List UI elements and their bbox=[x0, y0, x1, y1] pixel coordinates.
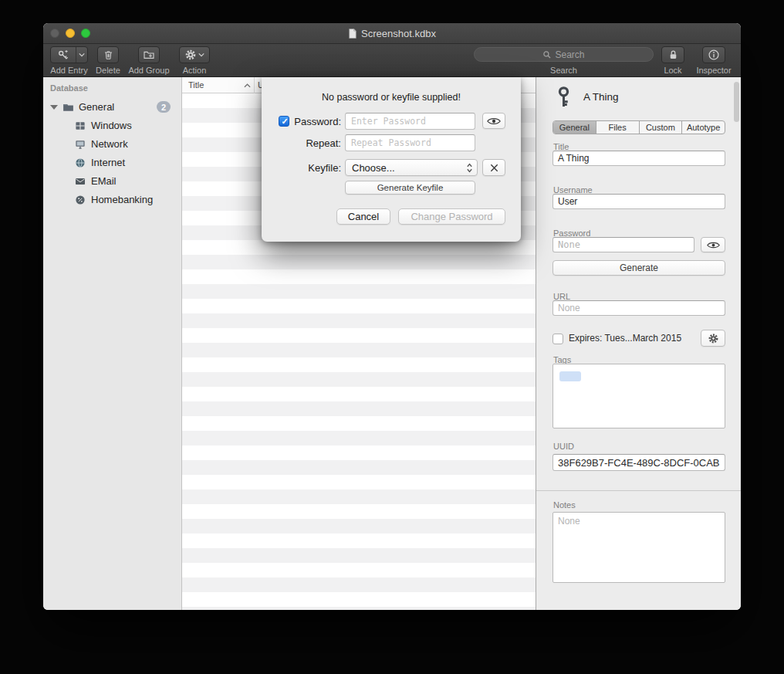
title-field[interactable]: A Thing bbox=[553, 151, 725, 166]
notes-field-label: Notes bbox=[553, 500, 576, 510]
tab-autotype[interactable]: Autotype bbox=[682, 121, 725, 134]
entry-title-heading: A Thing bbox=[583, 91, 619, 103]
cancel-button[interactable]: Cancel bbox=[336, 208, 390, 225]
sort-ascending-icon bbox=[244, 83, 251, 88]
tab-files[interactable]: Files bbox=[596, 121, 640, 134]
app-window: Screenshot.kdbx Add Entry Delete bbox=[43, 23, 741, 610]
inspector-button[interactable] bbox=[702, 46, 725, 63]
windows-icon bbox=[74, 120, 86, 132]
reveal-password-button[interactable] bbox=[701, 237, 725, 252]
network-icon bbox=[74, 138, 86, 151]
expires-options-button[interactable] bbox=[701, 330, 725, 347]
key-plus-icon bbox=[51, 49, 76, 61]
delete-button[interactable] bbox=[97, 46, 119, 63]
toolbar-item-delete: Delete bbox=[91, 44, 125, 77]
info-icon bbox=[708, 49, 720, 61]
group-label: EMail bbox=[91, 175, 117, 187]
group-label: Internet bbox=[91, 157, 125, 168]
expires-checkbox[interactable] bbox=[553, 334, 563, 344]
chevrons-up-down-icon bbox=[466, 162, 473, 174]
tags-box[interactable] bbox=[553, 364, 725, 428]
add-group-button[interactable] bbox=[138, 46, 160, 63]
change-password-button-label: Change Password bbox=[411, 211, 492, 222]
x-icon bbox=[489, 163, 499, 173]
tag-token[interactable] bbox=[559, 371, 581, 381]
search-label: Search bbox=[474, 66, 654, 75]
inspector-scrollbar[interactable] bbox=[734, 82, 739, 122]
toolbar-item-search: Search Search bbox=[474, 44, 654, 77]
lock-label: Lock bbox=[657, 66, 688, 75]
toolbar-item-add-entry: Add Entry bbox=[50, 44, 88, 77]
notes-box[interactable]: None bbox=[553, 512, 725, 583]
generate-password-button[interactable]: Generate bbox=[553, 260, 725, 276]
sidebar-item-internet[interactable]: Internet bbox=[43, 154, 181, 171]
search-input[interactable]: Search bbox=[474, 47, 654, 62]
action-label: Action bbox=[179, 66, 210, 75]
sidebar-item-general[interactable]: General 2 bbox=[43, 99, 181, 116]
repeat-password-placeholder: Repeat Password bbox=[351, 137, 431, 148]
sidebar-item-network[interactable]: Network bbox=[43, 136, 181, 153]
password-field[interactable]: None bbox=[553, 237, 694, 252]
action-dropdown-icon bbox=[198, 52, 204, 57]
clear-keyfile-button[interactable] bbox=[482, 159, 505, 176]
column-header-title[interactable]: Title bbox=[188, 80, 204, 90]
uuid-field-value: 38F629B7-FC4E-489C-8DCF-0CAB bbox=[558, 457, 720, 469]
search-placeholder: Search bbox=[555, 49, 584, 60]
search-icon bbox=[542, 50, 552, 59]
toolbar-item-inspector: Inspector bbox=[696, 44, 732, 77]
keyfile-popup-value: Choose... bbox=[352, 162, 395, 174]
repeat-password-input[interactable]: Repeat Password bbox=[345, 134, 475, 151]
add-entry-dropdown-icon[interactable] bbox=[76, 52, 87, 57]
inspector-label: Inspector bbox=[696, 66, 732, 75]
sidebar-item-windows[interactable]: Windows bbox=[43, 117, 181, 134]
lock-button[interactable] bbox=[661, 46, 684, 63]
enter-password-input[interactable]: Enter Password bbox=[345, 113, 475, 130]
change-password-button[interactable]: Change Password bbox=[398, 208, 505, 225]
add-group-label: Add Group bbox=[127, 66, 171, 75]
username-field-value: User bbox=[558, 196, 577, 207]
show-password-button[interactable] bbox=[482, 113, 505, 129]
inspector-panel: A Thing General Files Custom Autotype Ti… bbox=[536, 77, 741, 610]
sidebar-item-homebanking[interactable]: Homebanking bbox=[43, 191, 181, 208]
trash-icon bbox=[103, 49, 114, 61]
expires-label: Expires: Tues...March 2015 bbox=[569, 333, 681, 344]
url-field-placeholder: None bbox=[558, 303, 580, 313]
tab-custom[interactable]: Custom bbox=[640, 121, 683, 134]
window-title: Screenshot.kdbx bbox=[361, 28, 436, 39]
url-field[interactable]: None bbox=[553, 300, 725, 316]
password-field-placeholder: None bbox=[558, 239, 580, 250]
repeat-label: Repeat: bbox=[262, 137, 341, 149]
folder-icon bbox=[62, 101, 75, 113]
group-label: General bbox=[79, 101, 114, 113]
generate-keyfile-button[interactable]: Generate Keyfile bbox=[345, 181, 475, 195]
add-entry-button[interactable] bbox=[50, 46, 88, 63]
keyfile-popup[interactable]: Choose... bbox=[345, 159, 478, 176]
mail-icon bbox=[74, 175, 86, 188]
sidebar-item-email[interactable]: EMail bbox=[43, 173, 181, 190]
notes-placeholder: None bbox=[558, 516, 580, 527]
tab-general[interactable]: General bbox=[553, 121, 596, 134]
toolbar-item-lock: Lock bbox=[657, 44, 688, 77]
lock-icon bbox=[667, 49, 679, 61]
entry-count-badge: 2 bbox=[157, 101, 171, 113]
inspector-tabs: General Files Custom Autotype bbox=[553, 120, 725, 134]
username-field[interactable]: User bbox=[553, 194, 725, 209]
password-label: Password: bbox=[262, 116, 341, 127]
toolbar: Add Entry Delete Add Group bbox=[43, 44, 741, 77]
generate-keyfile-label: Generate Keyfile bbox=[377, 183, 444, 192]
folder-plus-icon bbox=[143, 49, 155, 61]
gear-icon bbox=[708, 333, 719, 344]
eye-icon bbox=[487, 117, 501, 126]
enter-password-placeholder: Enter Password bbox=[351, 116, 426, 127]
group-label: Network bbox=[91, 138, 128, 150]
column-divider[interactable] bbox=[254, 77, 255, 93]
disclosure-triangle-icon[interactable] bbox=[50, 105, 58, 110]
toolbar-item-action: Action bbox=[179, 44, 210, 77]
keyfile-label: Keyfile: bbox=[262, 162, 341, 174]
uuid-field[interactable]: 38F629B7-FC4E-489C-8DCF-0CAB bbox=[553, 454, 725, 471]
generate-button-label: Generate bbox=[620, 262, 658, 273]
add-entry-label: Add Entry bbox=[50, 66, 88, 75]
sidebar: Database General 2 Windows Network bbox=[43, 77, 182, 610]
gear-icon bbox=[184, 49, 197, 61]
action-button[interactable] bbox=[179, 46, 210, 63]
